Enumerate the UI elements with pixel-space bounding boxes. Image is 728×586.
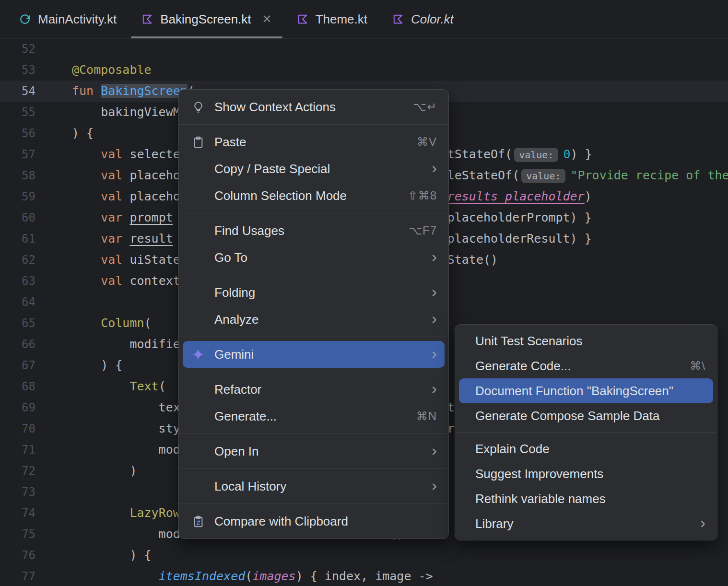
menu-item-label: Document Function "BakingScreen" (470, 384, 705, 398)
code-token: itemsIndexed (159, 569, 246, 583)
code-token: fun (72, 84, 101, 98)
menu-item-label: Refactor (208, 382, 423, 397)
code-line-53[interactable]: 53@Composable (0, 59, 728, 81)
menu-item-label: Generate... (208, 409, 409, 424)
chevron-right-icon: › (423, 346, 437, 361)
code-token: result (129, 232, 173, 246)
code-token (72, 232, 101, 246)
chevron-right-icon: › (423, 311, 437, 326)
line-number: 53 (0, 59, 53, 81)
menu-item-label: Paste (208, 135, 409, 150)
line-number: 73 (0, 481, 53, 503)
menu-item-rethink-variable-names[interactable]: Rethink variable names (459, 486, 713, 511)
ide-window: { "tabs": [ {"label": "MainActivity.kt",… (0, 0, 728, 586)
tab-theme-kt[interactable]: Theme.kt (284, 0, 380, 38)
menu-item-explain-code[interactable]: Explain Code (459, 436, 713, 461)
kotlin-icon (297, 13, 308, 25)
menu-item-local-history[interactable]: Local History› (183, 473, 445, 500)
menu-item-show-context-actions[interactable]: Show Context Actions⌥↵ (183, 94, 445, 120)
line-number: 67 (0, 355, 53, 376)
chevron-right-icon: › (692, 515, 705, 530)
code-token (72, 189, 101, 203)
menu-item-paste[interactable]: Paste⌘V (183, 129, 445, 155)
tab-bakingscreen-kt[interactable]: BakingScreen.kt✕ (129, 0, 284, 38)
menu-item-label: Unit Test Scenarios (470, 334, 705, 349)
editor-tab-bar: MainActivity.ktBakingScreen.kt✕Theme.ktC… (0, 0, 728, 39)
code-token: ) { index, image -> (296, 569, 433, 583)
code-token: ) { (72, 358, 122, 372)
menu-item-gemini[interactable]: Gemini› (183, 341, 445, 368)
paste-icon (188, 136, 208, 149)
code-text: ) (53, 460, 137, 481)
menu-item-generate-code[interactable]: Generate Code...⌘\ (459, 353, 713, 378)
tab-label: Theme.kt (316, 12, 367, 27)
code-token: ) { (72, 126, 94, 140)
code-token: results_placeholder (447, 189, 585, 203)
menu-item-copy-paste-special[interactable]: Copy / Paste Special› (183, 155, 445, 182)
code-token: ( (144, 316, 152, 330)
line-number: 69 (0, 397, 53, 418)
menu-item-find-usages[interactable]: Find Usages⌥F7 (183, 217, 445, 244)
code-token (72, 569, 159, 583)
code-token: images (252, 569, 295, 583)
menu-item-refactor[interactable]: Refactor› (183, 376, 445, 403)
menu-separator (179, 337, 448, 337)
menu-item-label: Find Usages (208, 223, 401, 238)
code-text: Column( (53, 313, 152, 334)
code-token: ) { (72, 548, 152, 562)
compose-icon (19, 13, 31, 25)
menu-item-label: Suggest Improvements (470, 467, 705, 481)
line-number: 68 (0, 376, 53, 397)
line-number: 72 (0, 460, 53, 481)
line-number: 56 (0, 123, 53, 144)
menu-separator (179, 372, 448, 372)
code-line-77[interactable]: 77 itemsIndexed(images) { index, image -… (0, 566, 728, 586)
menu-item-suggest-improvements[interactable]: Suggest Improvements (459, 461, 713, 486)
tab-color-kt[interactable]: Color.kt (380, 0, 466, 38)
menu-item-unit-test-scenarios[interactable]: Unit Test Scenarios (459, 328, 713, 353)
code-line-52[interactable]: 52 (0, 38, 728, 59)
menu-item-go-to[interactable]: Go To› (183, 244, 445, 271)
line-number: 58 (0, 165, 53, 186)
code-text: Text( (53, 376, 166, 397)
menu-item-compare-with-clipboard[interactable]: Compare with Clipboard (183, 508, 445, 535)
menu-item-generate-compose-sample-data[interactable]: Generate Compose Sample Data (459, 403, 713, 428)
code-token: val (101, 274, 129, 288)
code-text: ) { (53, 355, 122, 376)
tab-mainactivity-kt[interactable]: MainActivity.kt (7, 0, 129, 38)
menu-item-folding[interactable]: Folding› (183, 279, 445, 306)
code-text (53, 38, 72, 59)
code-text: @Composable (53, 59, 152, 81)
menu-separator (456, 432, 716, 433)
menu-item-label: Gemini (208, 347, 423, 362)
menu-item-library[interactable]: Library› (459, 511, 713, 536)
line-number: 64 (0, 292, 53, 313)
code-token (72, 379, 129, 393)
chevron-right-icon: › (423, 443, 437, 458)
code-token: Column (101, 316, 144, 330)
close-tab-icon[interactable]: ✕ (262, 13, 272, 25)
code-text: ) { (53, 123, 94, 144)
menu-item-generate[interactable]: Generate...⌘N (183, 403, 445, 430)
code-token (72, 211, 101, 224)
chevron-right-icon: › (423, 160, 437, 176)
code-token: val (101, 189, 129, 203)
menu-shortcut: ⌘\ (682, 359, 705, 373)
lightbulb-icon (188, 101, 208, 114)
line-number: 59 (0, 186, 53, 207)
code-line-76[interactable]: 76 ) { (0, 545, 728, 566)
compare-clipboard-icon (188, 515, 208, 528)
line-number: 75 (0, 524, 53, 545)
menu-item-column-selection-mode[interactable]: Column Selection Mode⇧⌘8 (183, 182, 445, 209)
menu-item-open-in[interactable]: Open In› (183, 438, 445, 465)
menu-item-document-function-bakingscreen[interactable]: Document Function "BakingScreen" (459, 378, 713, 403)
line-number: 63 (0, 270, 53, 292)
line-number: 71 (0, 439, 53, 460)
tab-label: BakingScreen.kt (160, 12, 251, 27)
menu-item-label: Generate Compose Sample Data (470, 409, 705, 423)
menu-item-label: Explain Code (470, 442, 705, 457)
line-number: 76 (0, 545, 53, 566)
code-token (72, 168, 101, 182)
menu-item-analyze[interactable]: Analyze› (183, 306, 445, 333)
menu-separator (179, 469, 448, 469)
